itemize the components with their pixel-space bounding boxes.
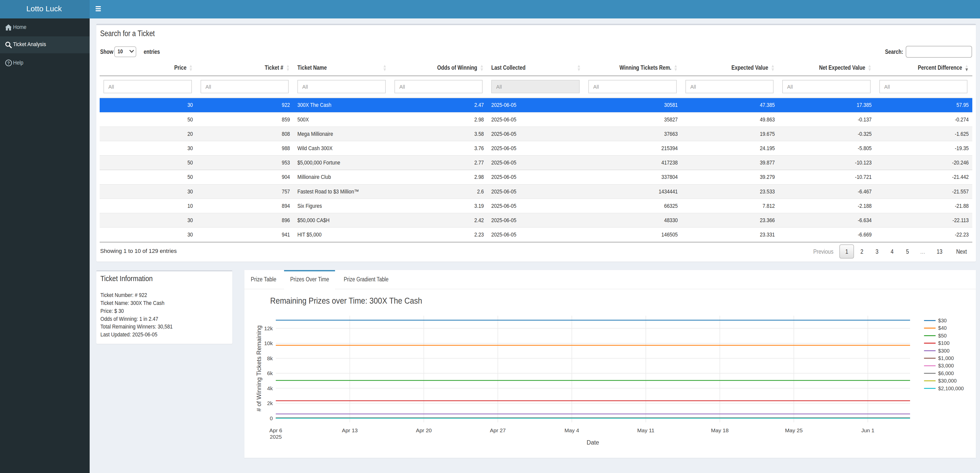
svg-text:Apr 27: Apr 27 (490, 427, 506, 433)
svg-text:$1,000: $1,000 (938, 355, 954, 361)
svg-text:2k: 2k (267, 400, 273, 406)
svg-text:$2,100,000: $2,100,000 (938, 385, 964, 391)
svg-text:$100: $100 (938, 340, 950, 346)
svg-text:# of Winning Tickets Remaining: # of Winning Tickets Remaining (255, 325, 262, 411)
svg-text:$300: $300 (938, 348, 950, 354)
svg-text:$3,000: $3,000 (938, 363, 954, 368)
svg-text:Jun 1: Jun 1 (861, 427, 874, 433)
svg-text:$30: $30 (938, 318, 947, 323)
svg-text:May 11: May 11 (637, 427, 654, 433)
svg-text:Apr 6: Apr 6 (269, 427, 282, 433)
svg-text:Apr 20: Apr 20 (416, 427, 432, 433)
svg-text:$40: $40 (938, 325, 947, 331)
svg-text:May 18: May 18 (711, 427, 729, 433)
svg-text:Date: Date (587, 439, 599, 446)
svg-text:4k: 4k (267, 385, 273, 391)
svg-text:2025: 2025 (270, 434, 282, 440)
svg-text:8k: 8k (267, 355, 273, 361)
svg-text:6k: 6k (267, 370, 273, 376)
svg-text:12k: 12k (264, 325, 273, 331)
svg-text:May 25: May 25 (785, 427, 803, 433)
svg-text:$50: $50 (938, 333, 947, 338)
svg-text:0: 0 (270, 415, 273, 421)
svg-text:$30,000: $30,000 (938, 378, 957, 384)
svg-text:Remaining Prizes over Time: 30: Remaining Prizes over Time: 300X The Cas… (270, 296, 422, 306)
svg-text:10k: 10k (264, 340, 273, 346)
svg-text:Apr 13: Apr 13 (342, 427, 358, 433)
svg-text:$6,000: $6,000 (938, 371, 954, 376)
svg-text:?: ? (8, 61, 10, 65)
svg-text:May 4: May 4 (565, 427, 579, 433)
